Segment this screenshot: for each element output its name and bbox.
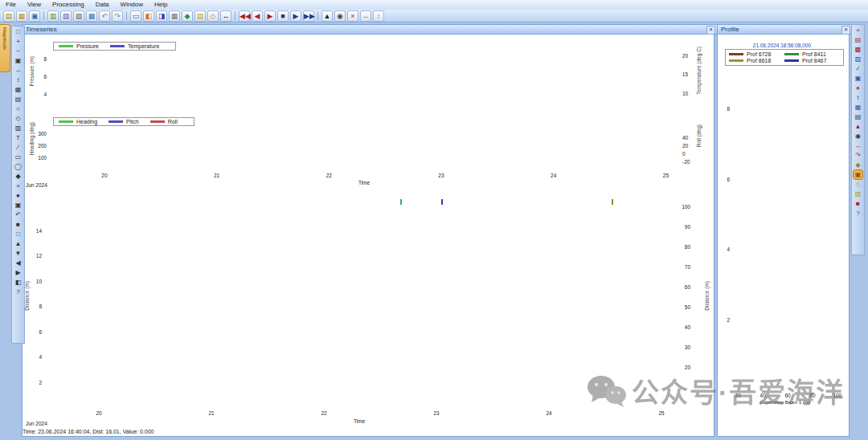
lock-icon[interactable]: ■: [14, 220, 23, 229]
lock-plot-icon[interactable]: ■: [854, 199, 862, 208]
marker-plot-icon[interactable]: ◇: [854, 180, 862, 189]
open-icon[interactable]: ▦: [16, 10, 27, 22]
refresh-icon[interactable]: ↶: [14, 210, 23, 219]
marker-icon[interactable]: ◇: [14, 114, 23, 123]
menu-item-window[interactable]: Window: [115, 0, 149, 10]
help-plot-icon[interactable]: ?: [854, 209, 862, 218]
new-file-icon[interactable]: ▤: [3, 10, 14, 22]
pressure-tick: 4: [34, 92, 47, 97]
crosshair-icon[interactable]: ○: [14, 104, 23, 113]
print-plot-icon[interactable]: ▨: [854, 55, 862, 63]
export-plot-icon[interactable]: ▤: [854, 35, 862, 44]
contour-view-icon[interactable]: ◧: [143, 10, 154, 22]
save-icon[interactable]: ▣: [29, 10, 40, 22]
stop-icon[interactable]: ■: [277, 10, 289, 22]
first-ensemble-icon[interactable]: ◀◀: [239, 10, 250, 22]
zoom-mode-icon[interactable]: ◉: [854, 132, 862, 141]
fit-icon[interactable]: ↕: [14, 75, 23, 84]
grid-toggle-icon[interactable]: ▦: [854, 103, 862, 112]
cursor-tool-icon[interactable]: ▲: [321, 10, 333, 22]
profile-close-icon[interactable]: ✕: [841, 26, 850, 35]
unlock-icon[interactable]: □: [14, 230, 23, 238]
grid-icon[interactable]: ▦: [14, 85, 23, 94]
main-toolbar: ▤▦▣▥▧▨▩↶↷▭◧◨▦◆▤◇↔◀◀◀▶■▶▶▶▲◉×↔↕: [0, 10, 868, 22]
color-icon[interactable]: ●: [14, 191, 23, 200]
tile-windows-icon[interactable]: ▤: [194, 10, 206, 22]
redo-icon[interactable]: ↷: [112, 10, 123, 22]
palette-icon[interactable]: ●: [854, 84, 862, 92]
snapshot-icon[interactable]: ▣: [14, 201, 23, 210]
ruler-icon[interactable]: ▥: [14, 124, 23, 132]
down-icon[interactable]: ▼: [14, 249, 23, 258]
copy-icon[interactable]: ▩: [86, 10, 97, 22]
line-icon[interactable]: ∕: [14, 143, 23, 152]
timeseries-view-icon[interactable]: ▭: [130, 10, 141, 22]
undo-icon[interactable]: ↶: [99, 10, 110, 22]
rect-icon[interactable]: ▭: [14, 153, 23, 161]
pan-icon[interactable]: ↔: [14, 66, 23, 75]
refresh-plot-icon[interactable]: ↷: [854, 151, 862, 160]
zoom-in-icon[interactable]: +: [14, 37, 23, 46]
roll-tick: 20: [682, 143, 688, 149]
right-icon[interactable]: ▶: [14, 268, 23, 277]
last-ensemble-icon[interactable]: ▶▶: [303, 10, 314, 22]
print-icon[interactable]: ▨: [73, 10, 84, 22]
layers-plot-icon[interactable]: ▧: [854, 189, 862, 198]
timeseries-x-tick: 22: [326, 173, 332, 178]
export-data-icon[interactable]: ▧: [60, 10, 72, 22]
fit-view-icon[interactable]: ↔: [220, 10, 231, 22]
collapsed-side-panel-tab[interactable]: Magnitude: [0, 24, 10, 72]
legend-swatch: [784, 53, 799, 55]
help-icon[interactable]: ?: [14, 287, 23, 296]
up-icon[interactable]: ▲: [14, 239, 23, 248]
menu-item-file[interactable]: File: [0, 0, 22, 10]
menu-item-data[interactable]: Data: [90, 0, 115, 10]
prev-ensemble-icon[interactable]: ◀: [252, 10, 263, 22]
map-view-icon[interactable]: ◆: [182, 10, 193, 22]
colorbar-tick: 60: [678, 284, 690, 290]
timeseries-x-tick: 23: [438, 173, 444, 178]
erase-icon[interactable]: ×: [14, 181, 23, 190]
menu-item-view[interactable]: View: [22, 0, 47, 10]
legend-label: Pressure: [76, 43, 99, 49]
legend-toggle-icon[interactable]: ▤: [854, 112, 862, 121]
pan-mode-icon[interactable]: ↔: [854, 141, 862, 150]
pan-tool-icon[interactable]: ↔: [360, 10, 371, 22]
text-icon[interactable]: T: [14, 133, 23, 142]
timeseries-close-icon[interactable]: ✕: [706, 26, 715, 35]
layers-icon[interactable]: ▤: [14, 95, 23, 104]
profile-titlebar[interactable]: Profile ✕: [717, 24, 853, 35]
next-ensemble-icon[interactable]: ▶: [290, 10, 301, 22]
pointer-icon[interactable]: □: [14, 27, 23, 36]
legend-swatch: [784, 59, 799, 62]
pressure-tick: 8: [34, 56, 47, 62]
import-data-icon[interactable]: ▥: [47, 10, 59, 22]
snapshot-plot-icon[interactable]: ▣: [854, 170, 862, 179]
table-view-icon[interactable]: ▦: [169, 10, 180, 22]
menu-item-help[interactable]: Help: [149, 0, 173, 10]
zoom-out-icon[interactable]: −: [14, 47, 23, 55]
play-icon[interactable]: ▶: [264, 10, 276, 22]
heatmap-y-tick: 10: [29, 279, 42, 284]
edit-plot-icon[interactable]: ✓: [854, 64, 862, 73]
cursor-mode-icon[interactable]: ▲: [854, 122, 862, 131]
profile-view-icon[interactable]: ◨: [156, 10, 167, 22]
close-plot-icon[interactable]: ×: [854, 26, 862, 35]
zoom-window-icon[interactable]: ▣: [14, 56, 23, 65]
polygon-icon[interactable]: ◆: [14, 172, 23, 181]
annotate-icon[interactable]: ◆: [854, 161, 862, 169]
options-icon[interactable]: ◧: [14, 278, 23, 287]
zoom-tool-icon[interactable]: ◉: [334, 10, 346, 22]
ellipse-icon[interactable]: ◯: [14, 162, 23, 171]
settings-icon[interactable]: ◇: [207, 10, 219, 22]
menu-item-processing[interactable]: Processing: [47, 0, 90, 10]
ts1-legend-item: Temperature: [110, 43, 159, 49]
properties-icon[interactable]: ▣: [854, 74, 862, 83]
scale-icon[interactable]: ↕: [854, 93, 862, 102]
delete-tool-icon[interactable]: ×: [347, 10, 358, 22]
heatmap-right-axis-label: Distance (m): [704, 281, 710, 311]
reset-tool-icon[interactable]: ↕: [373, 10, 384, 22]
left-icon[interactable]: ◀: [14, 259, 23, 267]
timeseries-titlebar[interactable]: Timeseries ✕: [22, 24, 718, 35]
copy-plot-icon[interactable]: ▩: [854, 45, 862, 54]
